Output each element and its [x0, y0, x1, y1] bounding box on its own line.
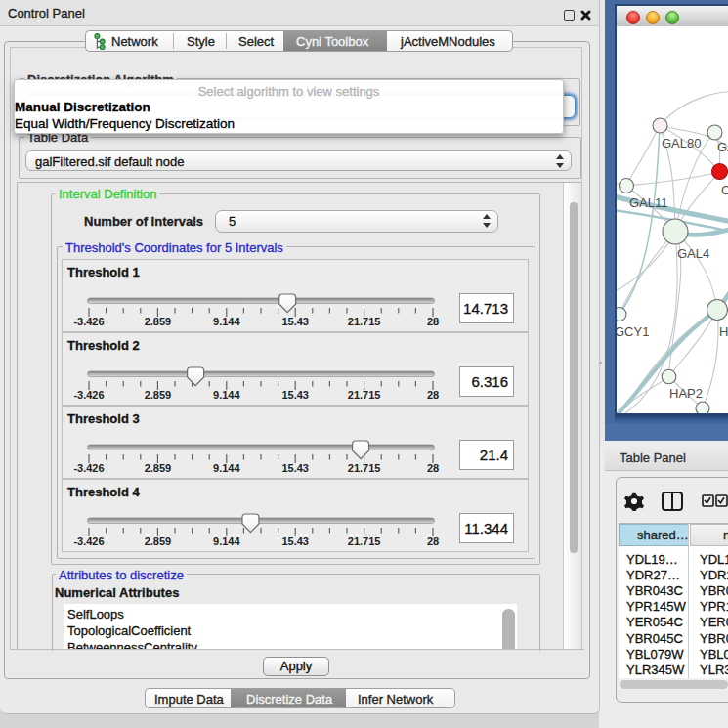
- svg-text:HAP2: HAP2: [669, 386, 703, 401]
- svg-text:-3.426: -3.426: [73, 535, 104, 547]
- svg-text:GAL4: GAL4: [677, 246, 709, 261]
- svg-text:GCY1: GCY1: [617, 324, 649, 339]
- svg-text:H: H: [719, 324, 728, 339]
- svg-text:9.144: 9.144: [213, 462, 240, 474]
- svg-text:21.715: 21.715: [348, 316, 381, 327]
- svg-text:21.715: 21.715: [348, 535, 381, 547]
- svg-text:2.859: 2.859: [145, 316, 172, 327]
- svg-text:2.859: 2.859: [145, 535, 172, 547]
- svg-text:15.43: 15.43: [281, 316, 309, 327]
- svg-text:2.859: 2.859: [145, 389, 172, 401]
- svg-text:GAL80: GAL80: [662, 136, 701, 150]
- svg-text:9.144: 9.144: [213, 535, 240, 547]
- svg-text:21.715: 21.715: [348, 462, 381, 474]
- svg-text:2.859: 2.859: [145, 462, 172, 474]
- svg-text:28: 28: [427, 316, 439, 327]
- svg-text:21.715: 21.715: [348, 389, 381, 401]
- svg-text:9.144: 9.144: [213, 316, 240, 327]
- svg-text:GAL11: GAL11: [629, 195, 668, 210]
- svg-text:28: 28: [427, 389, 439, 401]
- svg-text:C: C: [721, 183, 728, 197]
- svg-text:-3.426: -3.426: [73, 389, 104, 401]
- svg-text:15.43: 15.43: [281, 389, 309, 401]
- svg-text:15.43: 15.43: [281, 462, 309, 474]
- svg-text:-3.426: -3.426: [73, 316, 104, 327]
- svg-text:-3.426: -3.426: [73, 462, 104, 474]
- svg-text:28: 28: [427, 462, 439, 474]
- svg-text:28: 28: [427, 535, 439, 547]
- svg-text:9.144: 9.144: [213, 389, 240, 401]
- svg-text:15.43: 15.43: [281, 535, 309, 547]
- svg-text:GA: GA: [717, 140, 728, 154]
